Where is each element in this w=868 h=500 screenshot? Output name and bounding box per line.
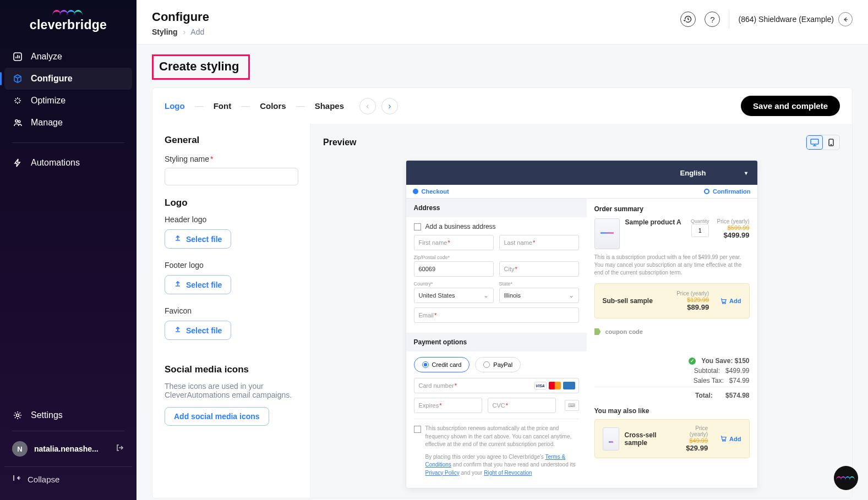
subsell-add-button[interactable]: Add xyxy=(720,298,741,305)
sidebar-item-automations[interactable]: Automations xyxy=(4,152,132,174)
sidebar: cleverbridge Analyze Configure Optimize … xyxy=(0,0,137,500)
general-heading: General xyxy=(165,135,298,146)
total: $574.98 xyxy=(725,392,749,399)
select-favicon-button[interactable]: Select file xyxy=(165,321,231,340)
sidebar-item-configure[interactable]: Configure xyxy=(4,68,132,90)
breadcrumb-root[interactable]: Styling xyxy=(152,28,178,36)
privacy-link[interactable]: Privacy Policy xyxy=(425,470,460,476)
payment-paypal-radio[interactable]: PayPal xyxy=(475,357,521,372)
language-label: English xyxy=(680,169,706,177)
progress-label: Confirmation xyxy=(713,188,750,195)
wizard-step-shapes[interactable]: Shapes xyxy=(315,101,344,111)
old-price: $599.99 xyxy=(728,224,750,231)
coupon-row[interactable]: coupon code xyxy=(594,328,750,335)
product-desc: This is a subscription product with a fe… xyxy=(594,254,750,277)
divider xyxy=(729,10,729,29)
preview-topbar: English ▾ xyxy=(406,161,757,185)
back-icon[interactable] xyxy=(838,12,853,26)
payment-heading: Payment options xyxy=(406,333,587,351)
state-select[interactable]: Illinois xyxy=(499,288,579,303)
svg-point-2 xyxy=(18,120,20,123)
subsell-old-price: $129.99 xyxy=(676,296,709,303)
social-heading: Social media icons xyxy=(165,364,298,375)
country-select[interactable]: United States xyxy=(414,288,494,303)
preview-column: Preview English ▾ xyxy=(311,124,852,498)
footer-logo-label: Footer logo xyxy=(165,261,298,270)
last-name-input[interactable]: Last name* xyxy=(499,235,579,250)
sidebar-item-label: Configure xyxy=(31,74,73,84)
cart-plus-icon xyxy=(720,298,727,305)
wizard-step-font[interactable]: Font xyxy=(214,101,231,111)
zip-input[interactable]: 60069 xyxy=(414,261,494,277)
sidebar-item-analyze[interactable]: Analyze xyxy=(4,46,132,68)
sidebar-item-settings[interactable]: Settings xyxy=(4,404,132,426)
svg-point-6 xyxy=(831,145,832,145)
sidebar-item-label: Analyze xyxy=(31,52,62,62)
checkout-left: Address Add a business address First nam… xyxy=(406,199,587,488)
coupon-label: coupon code xyxy=(605,328,643,335)
cross-add-button[interactable]: Add xyxy=(720,435,741,442)
card-number-input[interactable]: Card number* VISA xyxy=(414,378,579,393)
amex-icon xyxy=(563,382,575,389)
progress-confirmation: Confirmation xyxy=(704,188,750,195)
content: Create styling Logo — Font — Colors — Sh… xyxy=(137,45,868,500)
revocation-link[interactable]: Right of Revocation xyxy=(484,470,532,476)
subsell-card: Sub-sell sample Price (yearly) $129.99 $… xyxy=(594,283,750,318)
device-toggle xyxy=(806,135,840,150)
business-address-checkbox[interactable]: Add a business address xyxy=(414,223,579,230)
save-complete-button[interactable]: Save and complete xyxy=(741,96,840,116)
language-selector[interactable]: English ▾ xyxy=(680,169,747,177)
brand-logo: cleverbridge xyxy=(0,10,137,32)
checkbox-icon xyxy=(414,223,421,230)
progress-checkout: Checkout xyxy=(413,188,449,195)
logout-icon[interactable] xyxy=(116,443,124,454)
user-row[interactable]: N natalia.nenashe... xyxy=(4,436,132,462)
gear-icon xyxy=(12,410,23,421)
cross-old-price: $49.99 xyxy=(680,437,708,444)
email-input[interactable]: Email* xyxy=(414,307,579,323)
sidebar-item-manage[interactable]: Manage xyxy=(4,112,132,134)
first-name-input[interactable]: First name* xyxy=(414,235,494,250)
add-social-button[interactable]: Add social media icons xyxy=(165,407,269,426)
sidebar-item-optimize[interactable]: Optimize xyxy=(4,90,132,112)
avatar: N xyxy=(12,441,28,457)
preview-frame: English ▾ Checkout Confirmation xyxy=(406,160,758,488)
subsell-name: Sub-sell sample xyxy=(603,297,653,305)
history-icon[interactable] xyxy=(680,12,696,27)
check-icon: ✓ xyxy=(689,358,696,365)
product-image xyxy=(594,218,620,249)
order-summary: Order summary Sample product A Quantity xyxy=(587,199,757,488)
product-image xyxy=(603,427,619,450)
mastercard-icon xyxy=(549,382,561,389)
tag-icon xyxy=(594,328,601,335)
sparkle-icon xyxy=(12,95,23,106)
city-input[interactable]: City* xyxy=(499,261,579,277)
total-label: Total: xyxy=(695,392,713,399)
quantity-stepper[interactable]: 1 xyxy=(691,224,709,237)
wizard-step-colors[interactable]: Colors xyxy=(260,101,286,111)
expires-input[interactable]: Expires* xyxy=(414,398,482,413)
brand-name: cleverbridge xyxy=(30,18,107,32)
dash: — xyxy=(296,101,305,111)
help-icon[interactable]: ? xyxy=(705,12,720,27)
cross-price: $29.99 xyxy=(680,444,708,452)
wizard-step-logo[interactable]: Logo xyxy=(165,101,185,111)
subtotal-label: Subtotal: xyxy=(694,367,720,375)
select-header-logo-button[interactable]: Select file xyxy=(165,229,231,249)
device-mobile-button[interactable] xyxy=(823,135,839,150)
select-footer-logo-button[interactable]: Select file xyxy=(165,275,231,294)
styling-name-input[interactable] xyxy=(165,168,298,185)
radio-label: Credit card xyxy=(432,361,462,368)
section-highlight: Create styling xyxy=(152,54,250,80)
account-selector[interactable]: (864) Shieldware (Example) xyxy=(738,12,853,26)
checkbox-icon[interactable] xyxy=(414,426,421,433)
payment-credit-radio[interactable]: Credit card xyxy=(414,357,470,372)
wizard-next-button[interactable]: › xyxy=(381,98,398,114)
wizard-prev-button[interactable]: ‹ xyxy=(359,98,376,114)
checkbox-label: Add a business address xyxy=(425,223,496,230)
cvc-input[interactable]: CVC* xyxy=(488,398,556,413)
device-desktop-button[interactable] xyxy=(806,135,823,150)
help-fab[interactable] xyxy=(834,466,858,490)
collapse-button[interactable]: Collapse xyxy=(4,466,132,491)
breadcrumb: Styling › Add xyxy=(152,28,209,36)
